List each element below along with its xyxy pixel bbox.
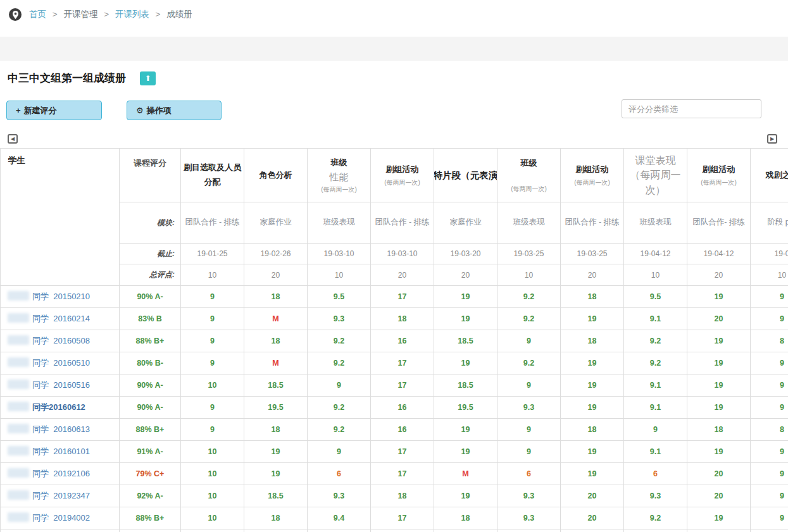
score-cell: 20	[561, 507, 624, 529]
score-cell: 10	[181, 529, 244, 532]
student-name-text: 同学 20160510	[32, 358, 90, 368]
score-cell: 20	[687, 485, 751, 507]
score-cell: 19	[687, 330, 751, 352]
course-grade-cell: 90% A-	[120, 286, 181, 308]
redacted-name	[8, 490, 29, 500]
toolbar-strip	[0, 37, 788, 61]
student-name-text: 同学 20160214	[32, 314, 90, 323]
score-cell: 9.4	[308, 507, 371, 529]
course-grade-cell: 90% A-	[120, 397, 181, 419]
assessment-header: 剧目选取及人员分配	[181, 149, 244, 202]
score-cell: 9	[751, 485, 788, 507]
points-cell: 10	[308, 264, 371, 286]
student-name-text: 同学 20194002	[32, 513, 90, 523]
student-name-link[interactable]: 同学 20150210	[1, 286, 120, 308]
student-name-link[interactable]: 同学 20194002	[1, 507, 120, 529]
student-name-link[interactable]: 同学 20160214	[1, 308, 120, 330]
student-name-link[interactable]: 同学 20160613	[1, 419, 120, 441]
score-cell: 17	[371, 352, 434, 374]
student-name-link[interactable]: 同学 20160510	[1, 352, 120, 374]
student-row: 同学 2016010191% A-1019917199199.1199	[1, 441, 788, 463]
student-name-link[interactable]: 同学 20192106	[1, 463, 120, 485]
redacted-name	[8, 335, 29, 345]
assessment-title-line: 性能	[310, 170, 368, 185]
score-cell: 9	[181, 397, 244, 419]
score-cell: 19	[561, 529, 624, 532]
student-name-link[interactable]: 同学 20160101	[1, 441, 120, 463]
score-cell: 9	[751, 352, 788, 374]
score-cell: 6	[308, 463, 371, 485]
points-cell: 10	[751, 264, 788, 286]
due-date-cell: 19-01-25	[181, 244, 244, 264]
up-arrow-icon: ⬆	[144, 74, 151, 83]
score-cell: 8	[751, 330, 788, 352]
score-cell: 6	[624, 463, 687, 485]
points-cell: 20	[244, 264, 308, 286]
score-cell: 9.3	[308, 308, 371, 330]
student-name-link[interactable]: 同学 20192347	[1, 485, 120, 507]
score-cell: 9	[624, 419, 687, 441]
score-cell: 19	[434, 286, 497, 308]
assessment-title-line: 课堂表现（每两周一次）	[626, 153, 685, 197]
score-cell: 9	[181, 330, 244, 352]
redacted-name	[8, 313, 29, 323]
score-cell: 9.1	[624, 308, 687, 330]
student-name-text: 同学20160612	[32, 402, 85, 412]
student-row: 同学 2015021090% A-9189.517199.2189.5199	[1, 286, 788, 308]
module-cell: 团队合作- 排练	[687, 202, 751, 244]
score-category-filter-input[interactable]	[622, 99, 761, 118]
score-cell: 9.6	[308, 529, 371, 532]
breadcrumb-course-list[interactable]: 开课列表	[115, 9, 149, 19]
assessment-title-line: 角色分析	[246, 168, 305, 183]
score-cell: 9.2	[308, 352, 371, 374]
module-cell: 家庭作业	[434, 202, 497, 244]
score-cell: 8	[751, 419, 788, 441]
course-grade-cell: 92% A-	[120, 485, 181, 507]
score-cell: 9.2	[308, 397, 371, 419]
student-name-link[interactable]: 同学 20160516	[1, 374, 120, 397]
score-cell: 9.1	[624, 374, 687, 397]
student-name-link[interactable]: 同学 20160508	[1, 330, 120, 352]
student-name-text: 同学 20192347	[32, 491, 90, 500]
score-cell: M	[244, 308, 308, 330]
new-score-button[interactable]: +新建评分	[6, 101, 102, 120]
student-row: 同学 2016061388% B+9189.216199189188	[1, 419, 788, 441]
redacted-name	[8, 446, 29, 455]
scroll-left-button[interactable]: ◀	[8, 134, 18, 144]
student-name-link[interactable]: 同学20160612	[1, 397, 120, 419]
module-cell: 团队合作 - 排练	[181, 202, 244, 244]
left-arrow-icon: ◀	[11, 136, 15, 142]
student-row: 同学 2016050888% B+9189.21618.59189.2198	[1, 330, 788, 352]
points-row-label: 总评点:	[120, 264, 181, 286]
score-cell: 18	[371, 308, 434, 330]
score-cell: 19	[434, 352, 497, 374]
score-cell: 9	[497, 374, 561, 397]
points-cell: 10	[497, 264, 561, 286]
score-cell: 9	[751, 374, 788, 397]
points-cell: 10	[624, 264, 687, 286]
score-cell: 19	[561, 441, 624, 463]
student-name-link[interactable]: 同学 20192601	[1, 529, 120, 532]
export-button[interactable]: ⬆	[140, 71, 156, 85]
score-cell: 17	[371, 441, 434, 463]
gradebook-table-viewport: 学生课程评分剧目选取及人员分配角色分析班级性能(每两周一次)剧组活动(每两周一次…	[0, 148, 788, 532]
scroll-right-button[interactable]: ▶	[767, 134, 777, 144]
score-cell: 9.2	[308, 419, 371, 441]
score-cell: 9.3	[308, 485, 371, 507]
score-cell: 19	[434, 308, 497, 330]
due-date-cell: 19-03-25	[561, 244, 624, 264]
due-date-cell: 19-04-12	[624, 244, 687, 264]
page-title: 中三中文组第一组成绩册	[8, 71, 126, 85]
redacted-name	[8, 291, 29, 300]
breadcrumb-home[interactable]: 首页	[29, 9, 46, 19]
actions-button[interactable]: ⚙操作项	[127, 101, 222, 120]
score-cell: 9.1	[624, 441, 687, 463]
score-cell: 9	[497, 441, 561, 463]
points-cell: 20	[371, 264, 434, 286]
score-cell: 19	[687, 286, 751, 308]
points-cell: 10	[181, 264, 244, 286]
assessment-title-line: (每两周一次)	[499, 183, 558, 194]
score-cell: 10	[181, 463, 244, 485]
score-cell: 20	[561, 485, 624, 507]
assessment-title-line: (每两周一次)	[689, 177, 748, 188]
